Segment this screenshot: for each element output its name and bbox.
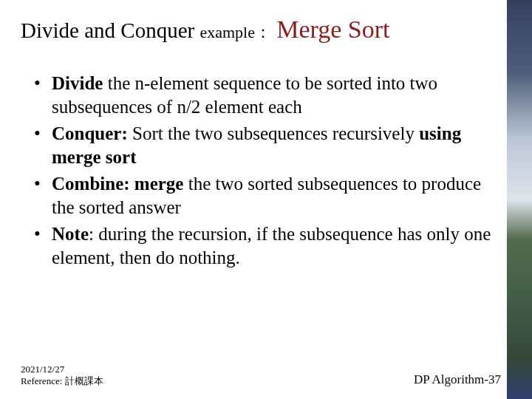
slide-title: Divide and Conquer example： Merge Sort <box>21 15 501 45</box>
bullet-sep: : <box>89 224 98 244</box>
title-small: example： <box>200 23 271 41</box>
bullet-label: Combine: <box>52 174 130 194</box>
list-item: Combine: merge the two sorted subsequenc… <box>34 172 501 219</box>
title-part1: Divide and Conquer <box>21 18 200 42</box>
list-item: Divide the n-element sequence to be sort… <box>34 72 501 119</box>
bullet-label: Divide <box>52 73 103 93</box>
bullet-text: during the recursion, if the subsequence… <box>52 224 491 267</box>
bullet-label: Note <box>52 224 89 244</box>
footer-reference: Reference: 計概課本 <box>21 375 103 387</box>
slide-footer: 2021/12/27 Reference: 計概課本 DP Algorithm-… <box>21 358 501 388</box>
list-item: Conquer: Sort the two subsequences recur… <box>34 122 501 169</box>
bullet-text-strong: merge <box>134 174 184 194</box>
footer-date: 2021/12/27 <box>21 364 103 375</box>
footer-left: 2021/12/27 Reference: 計概課本 <box>21 364 103 388</box>
bullet-text: the n-element sequence to be sorted into… <box>52 73 437 117</box>
bullet-label: Conquer: <box>52 123 128 143</box>
bullet-list: Divide the n-element sequence to be sort… <box>21 72 501 358</box>
footer-page: DP Algorithm-37 <box>414 372 501 387</box>
title-accent: Merge Sort <box>276 16 389 43</box>
bullet-text-pre: Sort the two subsequences recursively <box>132 123 419 143</box>
list-item: Note: during the recursion, if the subse… <box>34 222 501 270</box>
slide-content: Divide and Conquer example： Merge Sort D… <box>0 0 532 399</box>
